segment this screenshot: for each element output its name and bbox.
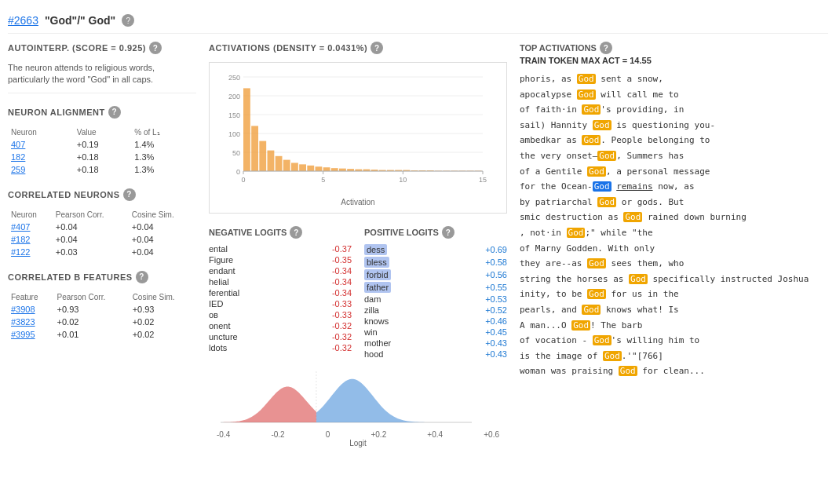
activation-line: woman was praising God for clean... [520,363,828,379]
logit-dist-chart [209,367,484,430]
alignment-neuron-link[interactable]: 407 [11,140,25,149]
train-token-max: TRAIN TOKEN MAX ACT = 14.55 [520,56,828,65]
bfeature-cosine: +0.93 [130,303,196,316]
negative-value: -0.34 [332,277,352,287]
svg-rect-18 [291,163,298,171]
activation-line: is the image of God.'"[766] [520,349,828,364]
negative-logit-row: endant-0.34 [209,265,352,276]
correlated-bfeatures-header: CORRELATED B FEATURES ? [8,271,196,287]
positive-logit-row: knows+0.46 [364,316,507,327]
negative-value: -0.32 [332,343,352,352]
svg-rect-22 [323,167,330,171]
correlated-neuron-row: #407 +0.04 +0.04 [8,221,196,233]
correlated-pearson: +0.03 [53,246,129,258]
positive-logit-row: dess+0.69 [364,243,507,256]
positive-logit-row: mother+0.43 [364,338,507,349]
header-help-icon[interactable]: ? [122,14,134,27]
positive-token: knows [364,316,389,326]
positive-token-highlight: dess [364,244,387,255]
negative-token: onent [209,321,231,331]
god-token-highlight: God [587,289,606,299]
god-token-highlight: God [582,305,601,315]
bfeature-link[interactable]: #3823 [11,317,35,327]
col-neuron: Neuron [8,126,74,138]
negative-token: ferential [209,288,239,298]
alignment-pct: 1.3% [131,151,196,163]
positive-logits-label: POSITIVE LOGITS [364,228,439,237]
middle-panel: ACTIVATIONS (DENSITY = 0.0431%) ? 050100… [209,42,507,447]
negative-logit-row: uncture-0.32 [209,331,352,342]
activations-help-icon[interactable]: ? [371,42,383,54]
bfeature-link[interactable]: #3908 [11,305,35,314]
positive-value: +0.46 [485,316,507,326]
alignment-pct: 1.3% [131,163,196,176]
god-token-highlight: God [587,166,606,177]
correlated-pearson: +0.04 [53,233,129,246]
alignment-value: +0.18 [74,151,132,163]
positive-logits-list: dess+0.69bless+0.58forbid+0.56father+0.5… [364,243,507,360]
autointerp-help-icon[interactable]: ? [149,42,162,54]
positive-value: +0.58 [485,257,507,267]
activation-chart-x-label: Activation [216,198,500,206]
bfeature-link[interactable]: #3995 [11,330,35,339]
alignment-row: 407 +0.19 1.4% [8,138,196,151]
positive-logit-row: bless+0.58 [364,256,507,268]
autointerp-header: AUTOINTERP. (SCORE = 0.925) ? [8,42,196,57]
god-token-highlight: God [623,212,642,222]
correlated-neurons-section: CORRELATED NEURONS ? Neuron Pearson Corr… [8,188,196,258]
correlated-neurons-help-icon[interactable]: ? [123,188,136,201]
negative-logit-row: helial-0.34 [209,276,352,287]
positive-value: +0.52 [485,305,507,315]
activation-line: of Marny Godden. With only [520,241,828,257]
positive-value: +0.45 [485,327,507,337]
negative-token: IED [209,299,223,309]
bfeature-cosine: +0.02 [130,316,196,328]
svg-text:10: 10 [399,176,407,184]
top-activations-label: TOP ACTIVATIONS [520,43,597,53]
activation-line: pearls, and God knows what! Is [520,302,828,318]
negative-logits-help-icon[interactable]: ? [290,226,302,239]
feature-id-link[interactable]: #2663 [8,14,38,27]
svg-text:5: 5 [321,176,325,184]
activation-line: ambedkar as God. People belonging to [520,133,828,148]
positive-token: hood [364,349,383,359]
positive-logits-help-icon[interactable]: ? [442,226,455,239]
top-activations-header: TOP ACTIVATIONS ? [520,42,828,54]
alignment-value: +0.18 [74,163,132,176]
correlated-bfeatures-help-icon[interactable]: ? [136,271,148,283]
activation-line: for the Ocean-God remains now, as [520,179,828,195]
correlated-neuron-row: #122 +0.03 +0.04 [8,246,196,258]
activation-line: apocalypse God will call me to [520,87,828,103]
top-activations-help-icon[interactable]: ? [600,42,612,54]
negative-logit-row: ldots-0.32 [209,342,352,353]
alignment-header: NEURON ALIGNMENT ? [8,106,196,122]
alignment-neuron-link[interactable]: 182 [11,152,25,162]
alignment-label: NEURON ALIGNMENT [8,108,105,117]
activations-section: ACTIVATIONS (DENSITY = 0.0431%) ? 050100… [209,42,507,214]
svg-text:100: 100 [228,130,240,138]
correlated-neuron-link[interactable]: #182 [11,235,30,244]
alignment-help-icon[interactable]: ? [108,106,121,119]
god-token-highlight: God [597,151,616,161]
activations-chart-container: 050100150200250051015 Activation [209,62,507,214]
logit-chart-x-label: Logit [209,439,507,447]
god-token-highlight: God [567,228,586,238]
god-token-highlight: God [577,74,596,84]
negative-value: -0.33 [332,310,352,320]
negative-logit-row: onent-0.32 [209,320,352,331]
bfeature-pearson: +0.01 [54,328,130,341]
correlated-neuron-link[interactable]: #122 [11,247,30,257]
correlated-bfeatures-table: Feature Pearson Corr. Cosine Sim. #3908 … [8,291,196,341]
svg-rect-21 [316,166,323,171]
correlated-neurons-table: Neuron Pearson Corr. Cosine Sim. #407 +0… [8,209,196,258]
correlated-cosine: +0.04 [129,233,196,246]
alignment-neuron-link[interactable]: 259 [11,165,25,174]
correlated-neuron-link[interactable]: #407 [11,222,30,232]
negative-value: -0.35 [332,255,352,265]
alignment-section: NEURON ALIGNMENT ? Neuron Value % of L₁ … [8,106,196,176]
positive-logit-row: hood+0.43 [364,349,507,360]
right-panel: TOP ACTIVATIONS ? TRAIN TOKEN MAX ACT = … [520,42,828,447]
activations-label: ACTIVATIONS (DENSITY = 0.0431%) [209,43,367,53]
alignment-table: Neuron Value % of L₁ 407 +0.19 1.4% 182 … [8,126,196,176]
alignment-pct: 1.4% [131,138,196,151]
